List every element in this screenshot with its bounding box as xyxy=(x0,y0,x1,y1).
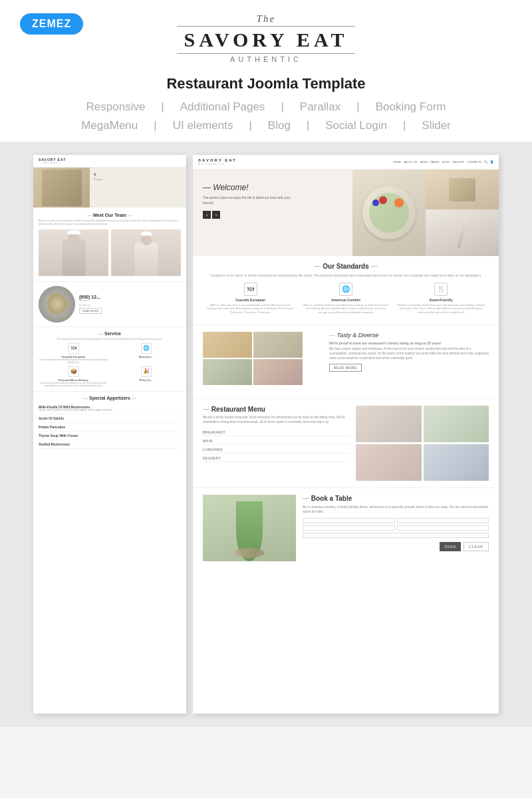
right-menu-desc: We are a family-owned restaurant, which … xyxy=(203,416,349,425)
sandwich-3 xyxy=(203,359,252,385)
divider-4: | xyxy=(146,119,164,132)
booking-date-field[interactable] xyxy=(397,525,489,531)
standard-label-3: Event-Friendly xyxy=(397,298,485,302)
left-nav: SAVORY EAT AUTHENTIC xyxy=(33,155,186,168)
divider-1: | xyxy=(153,100,172,114)
booking-title: Book a Table xyxy=(303,495,489,502)
feature-ui-elements: UI elements xyxy=(165,119,241,132)
nav-item-pages[interactable]: PAGES xyxy=(430,160,440,164)
party-icon: 🎉 xyxy=(141,366,152,377)
booking-send-button[interactable]: SEND xyxy=(440,542,461,551)
nav-item-blog[interactable]: BLOG xyxy=(442,160,450,164)
right-welcome-heading: — Welcome! xyxy=(203,183,296,192)
menu-tag-dessert[interactable]: DESSERT xyxy=(203,455,349,462)
booking-clear-button[interactable]: CLEAR xyxy=(464,542,489,551)
sandwich-4 xyxy=(253,359,303,385)
food-grid xyxy=(352,170,499,256)
feature-booking-form: Booking Form xyxy=(368,100,454,114)
menu-row: Restaurant Menu We are a family-owned re… xyxy=(203,406,489,481)
right-standards-title: Our Standards xyxy=(203,263,489,270)
left-service-title: Service xyxy=(39,331,181,336)
sandwich-2 xyxy=(253,332,303,358)
slider-controls: ‹ › xyxy=(203,211,296,219)
booking-form-row-1 xyxy=(303,518,489,525)
left-dish-price: (800) 12... xyxy=(79,295,181,299)
tasty-row: Tasty & Diverse We're proud to have our … xyxy=(203,332,489,392)
asparagus-wrap xyxy=(235,548,265,558)
left-hero-text: T Our gra... xyxy=(90,168,186,187)
right-standards-section: Our Standards Coming to us for lunch or … xyxy=(193,256,499,325)
list-item: Potato Pancakes xyxy=(39,423,181,432)
standard-label-2: American Comfort xyxy=(301,298,390,302)
list-item: 📦 Personal Menu Delivery If you bring up… xyxy=(39,366,108,387)
service-sub-1: Our restaurant has three tastefully appo… xyxy=(39,358,108,364)
food-photo-2 xyxy=(426,170,499,209)
list-item: 🎉 Party Co... xyxy=(111,366,181,387)
hero-food-photos xyxy=(352,170,499,256)
slider-prev-btn[interactable]: ‹ xyxy=(203,211,211,219)
right-menu-title: Restaurant Menu xyxy=(203,406,349,413)
left-dish-info: (800) 12... 30 mins... For the eq... REA… xyxy=(79,295,181,314)
left-service-icons: 🍽 Casually European Our restaurant has t… xyxy=(39,343,181,387)
standard-desc-1: With us, take your seat, in our comforta… xyxy=(206,303,295,315)
nav-item-gallery[interactable]: GALLERY xyxy=(452,160,464,164)
left-hero-image xyxy=(33,168,90,207)
booking-name-field[interactable] xyxy=(303,518,395,523)
right-nav: SAVORY EAT AUTHENTIC HOME ABOUT US MENU … xyxy=(193,155,499,170)
booking-form-buttons: SEND CLEAR xyxy=(303,542,489,551)
nav-item-contacts[interactable]: CONTACTS xyxy=(467,160,481,164)
divider-2: | xyxy=(273,100,291,114)
left-service-desc: Our restaurant has three tastefully appo… xyxy=(39,338,181,340)
list-item: 🌐 American... xyxy=(111,343,181,364)
left-logo-sub: AUTHENTIC xyxy=(39,162,66,164)
food-photo-main xyxy=(352,170,426,256)
user-icon[interactable]: 👤 xyxy=(490,160,493,164)
left-team-desc: We are a family-owned restaurant, which … xyxy=(39,219,181,226)
menu-photo-1 xyxy=(356,406,422,442)
list-item: 🍽 Casually European Our restaurant has t… xyxy=(39,343,108,364)
event-friendly-icon: 🍴 xyxy=(434,283,448,296)
menu-photo-3 xyxy=(356,444,422,481)
asparagus-image xyxy=(203,495,296,561)
appetizer-name-4: Thyme Soup With Cream xyxy=(39,434,181,438)
right-welcome-desc: The perfect place to enjoy the life & de… xyxy=(203,196,296,205)
left-dish-extra: For the eq... xyxy=(79,304,181,307)
nav-item-menu[interactable]: MENU xyxy=(420,160,428,164)
left-read-more[interactable]: READ MORE xyxy=(79,308,102,314)
list-item: Stuffed Mushrooms xyxy=(39,440,181,449)
feature-social-login: Social Login xyxy=(317,119,395,132)
left-chef-photo-1 xyxy=(39,229,108,276)
zemez-logo[interactable]: ZEMEZ xyxy=(20,13,83,35)
preview-area: SAVORY EAT AUTHENTIC T Our gra... Meet O… xyxy=(0,142,532,727)
booking-email-field[interactable] xyxy=(397,518,489,523)
sandwich-1 xyxy=(203,332,252,358)
menu-tag-main[interactable]: MAIN xyxy=(203,438,349,445)
menu-tag-breakfast[interactable]: BREAKFAST xyxy=(203,429,349,436)
service-sub-3: If you bring up a certain dietary restri… xyxy=(39,382,108,387)
nav-item-home[interactable]: HOME xyxy=(393,160,401,164)
right-nav-items: HOME ABOUT US MENU PAGES BLOG GALLERY CO… xyxy=(393,160,493,164)
list-item: Sushi Of Salsify xyxy=(39,414,181,423)
slider-next-btn[interactable]: › xyxy=(212,211,220,219)
booking-message-field[interactable] xyxy=(303,533,489,538)
left-hero: T Our gra... xyxy=(33,168,186,207)
service-label-2: American... xyxy=(111,355,181,358)
american-comfort-icon: 🌐 xyxy=(339,283,352,296)
left-preview-panel: SAVORY EAT AUTHENTIC T Our gra... Meet O… xyxy=(33,155,186,714)
divider-7: | xyxy=(395,119,414,132)
features-row-1: Responsive | Additional Pages | Parallax… xyxy=(78,100,454,114)
menu-photo-4 xyxy=(424,444,489,481)
search-icon[interactable]: 🔍 xyxy=(484,160,487,164)
nav-item-about[interactable]: ABOUT US xyxy=(404,160,417,164)
list-item: Mille-Feuille Of Wild Mushrooms FILLED W… xyxy=(39,403,181,414)
left-team-title: Meet Our Team xyxy=(39,213,181,217)
booking-phone-field[interactable] xyxy=(303,525,395,531)
menu-photos-grid xyxy=(356,406,489,481)
right-hero-text: — Welcome! The perfect place to enjoy th… xyxy=(203,183,296,219)
list-item: Thyme Soup With Cream xyxy=(39,432,181,440)
left-dish-detail: 30 mins... xyxy=(79,299,181,303)
booking-desc: Be it a business meeting, a family birth… xyxy=(303,505,489,515)
feature-responsive: Responsive xyxy=(78,100,154,114)
tasty-read-more-btn[interactable]: READ MORE xyxy=(329,364,362,372)
menu-tag-lunching[interactable]: LUNCHING xyxy=(203,446,349,454)
